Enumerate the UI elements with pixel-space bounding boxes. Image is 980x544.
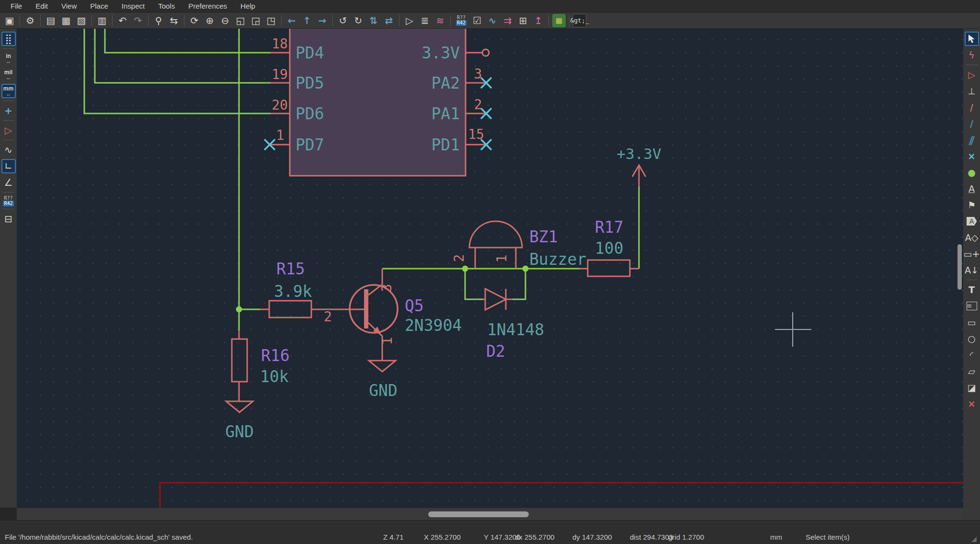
bom-icon[interactable]: ↥ (532, 14, 545, 27)
simulator-icon[interactable]: ∿ (486, 14, 499, 27)
q5-value[interactable]: 2N3904 (405, 317, 462, 333)
power-3v3-symbol[interactable] (632, 165, 646, 187)
power-rail-label[interactable]: +3.3V (601, 147, 677, 161)
pin-name-pd1[interactable]: PD1 (383, 137, 460, 153)
symbol-editor-icon[interactable]: ▷ (403, 14, 416, 27)
place-power-icon[interactable]: ⊥ (965, 84, 979, 98)
resistor-r16[interactable] (226, 330, 253, 412)
menu-place[interactable]: Place (83, 0, 115, 12)
hidden-pins-icon[interactable]: ▷ (1, 123, 16, 137)
image-tool-icon[interactable]: ◪ (965, 380, 979, 395)
bus-entry-icon[interactable]: ∥ (962, 133, 980, 147)
zoom-fit-page-icon[interactable]: ◱ (234, 14, 247, 27)
rotate-ccw-icon[interactable]: ↺ (336, 14, 350, 27)
horizontal-scrollbar[interactable] (17, 508, 963, 520)
d2-reference[interactable]: D2 (486, 343, 505, 359)
bz1-value[interactable]: Buzzer (529, 251, 586, 267)
paste-icon[interactable]: ▥ (95, 14, 109, 27)
resistor-r17[interactable] (580, 260, 639, 276)
select-tool-icon[interactable] (965, 32, 979, 46)
symbol-fields-table-icon[interactable]: ⊞ (516, 14, 530, 27)
find-icon[interactable]: ⚲ (152, 14, 165, 27)
library-browser-icon[interactable]: ≣ (418, 14, 432, 27)
wire-tool-icon[interactable]: / (965, 100, 979, 114)
pin-name-pa2[interactable]: PA2 (383, 75, 460, 91)
new-hierarchical-sheet-icon[interactable]: ▭+ (965, 247, 979, 261)
pin-name-pd6[interactable]: PD6 (296, 106, 324, 122)
units-mm-button[interactable]: mm ↔ (1, 84, 16, 98)
delete-tool-icon[interactable]: × (965, 397, 979, 411)
diode-d2[interactable] (483, 289, 513, 310)
plot-icon[interactable]: ▧ (75, 14, 88, 27)
zoom-out-icon[interactable]: ⊖ (218, 14, 232, 27)
horizontal-scrollbar-thumb[interactable] (428, 511, 529, 517)
net-label-icon[interactable]: A (965, 181, 979, 196)
refresh-icon[interactable]: ⟳ (188, 14, 201, 27)
units-mils-button[interactable]: mil ↔ (1, 68, 16, 82)
text-tool-icon[interactable]: T (965, 283, 979, 297)
d2-value[interactable]: 1N4148 (487, 322, 544, 338)
r15-reference[interactable]: R15 (276, 261, 305, 277)
assign-footprints-icon[interactable]: ⇉ (501, 14, 514, 27)
ortho-wire-icon[interactable]: ∟ (1, 159, 16, 173)
gnd-label-r16[interactable]: GND (211, 424, 268, 440)
nav-up-icon[interactable]: ↑ (300, 14, 314, 27)
resize-grip[interactable]: ◢ (971, 535, 979, 543)
textbox-tool-icon[interactable]: ≡ (965, 299, 979, 313)
schematic-canvas[interactable]: PD4 PD5 PD6 PD7 3.3V PA2 PA1 PD1 18 19 2… (17, 29, 963, 508)
r16-value[interactable]: 10k (260, 369, 289, 385)
menu-preferences[interactable]: Preferences (182, 0, 234, 12)
junction-icon[interactable]: ● (965, 165, 979, 180)
mirror-horizontal-icon[interactable]: ⇄ (382, 14, 396, 27)
grid-visibility-icon[interactable]: ⣿ (1, 32, 16, 46)
annotate-icon[interactable]: R?? R42 (454, 14, 468, 27)
r16-reference[interactable]: R16 (261, 348, 290, 363)
zoom-selection-icon[interactable]: ◳ (264, 14, 278, 27)
save-icon[interactable]: ▣ (3, 14, 16, 27)
pin-name-3v3[interactable]: 3.3V (383, 45, 460, 61)
zoom-fit-objects-icon[interactable]: ◲ (249, 14, 262, 27)
rotate-cw-icon[interactable]: ↻ (352, 14, 365, 27)
global-label-icon[interactable]: A (965, 214, 979, 228)
place-symbol-icon[interactable]: ▷ (965, 68, 979, 82)
polygon-tool-icon[interactable]: ▱ (965, 364, 979, 378)
menu-tools[interactable]: Tools (151, 0, 182, 12)
zoom-in-icon[interactable]: ⊕ (203, 14, 217, 27)
menu-help[interactable]: Help (234, 0, 262, 12)
pin-name-pd7[interactable]: PD7 (296, 137, 324, 153)
vertical-scrollbar-thumb[interactable] (957, 244, 962, 290)
hierarchical-label-icon[interactable]: A◇ (965, 230, 979, 245)
schematic-setup-icon[interactable]: ⚙ (23, 14, 37, 27)
import-sheet-pin-icon[interactable]: A↓ (965, 263, 979, 277)
highlight-net-icon[interactable]: ϟ (965, 48, 979, 62)
menu-view[interactable]: View (55, 0, 83, 12)
gnd-label-q5[interactable]: GND (354, 383, 412, 398)
units-inches-button[interactable]: in ↔ (1, 51, 16, 66)
menu-edit[interactable]: Edit (29, 0, 55, 12)
redo-icon[interactable]: ↷ (131, 14, 145, 27)
erc-icon[interactable]: ☑ (470, 14, 484, 27)
free-angle-wire-icon[interactable]: ∿ (1, 143, 16, 157)
nav-back-icon[interactable]: ← (285, 14, 298, 27)
print-icon[interactable]: ▦ (59, 14, 73, 27)
find-replace-icon[interactable]: ⇆ (167, 14, 181, 27)
pin-table-icon[interactable]: ≋ (433, 14, 447, 27)
circle-tool-icon[interactable]: ○ (965, 331, 979, 346)
wire-45-icon[interactable]: ∠ (1, 175, 16, 190)
pin-name-pd5[interactable]: PD5 (296, 75, 324, 91)
console-icon[interactable]: &gt;_ (573, 14, 586, 27)
bz1-reference[interactable]: BZ1 (529, 229, 558, 245)
bus-tool-icon[interactable]: / (965, 116, 979, 131)
arc-tool-icon[interactable]: ◜ (965, 348, 979, 362)
mirror-vertical-icon[interactable]: ⇅ (367, 14, 380, 27)
menu-inspect[interactable]: Inspect (115, 0, 151, 12)
auto-annotate-icon[interactable]: R?? R42 (1, 194, 16, 207)
q5-reference[interactable]: Q5 (405, 298, 424, 314)
page-settings-icon[interactable]: ▤ (44, 14, 57, 27)
nav-forward-icon[interactable]: → (316, 14, 329, 27)
pcb-editor-icon[interactable]: ▦ (552, 14, 566, 27)
pin-name-pd4[interactable]: PD4 (296, 45, 324, 61)
r17-reference[interactable]: R17 (595, 219, 624, 235)
undo-icon[interactable]: ↶ (116, 14, 129, 27)
rectangle-tool-icon[interactable]: ▭ (965, 315, 979, 329)
